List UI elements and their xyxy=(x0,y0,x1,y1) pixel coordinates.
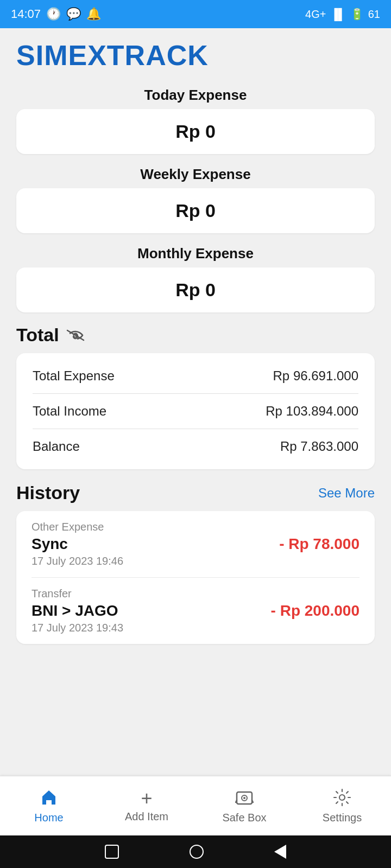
total-expense-row: Total Expense Rp 96.691.000 xyxy=(33,359,358,394)
total-header: Total xyxy=(16,324,375,346)
add-icon: + xyxy=(141,789,152,808)
network-label: 4G+ xyxy=(305,8,326,21)
nav-settings-label: Settings xyxy=(323,812,362,824)
status-time: 14:07 xyxy=(11,7,41,21)
history-header: History See More xyxy=(16,482,375,503)
home-icon xyxy=(40,788,58,809)
history-item-2: Transfer BNI > JAGO - Rp 200.000 17 July… xyxy=(31,578,360,644)
status-right: 4G+ ▐▌ 🔋 61 xyxy=(305,8,380,21)
monthly-expense-label: Monthly Expense xyxy=(16,245,375,262)
back-button[interactable] xyxy=(274,845,286,859)
history-category-2: Transfer xyxy=(31,588,360,600)
status-bar: 14:07 🕐 💬 🔔 4G+ ▐▌ 🔋 61 xyxy=(0,0,391,28)
whatsapp-icon: 💬 xyxy=(66,7,81,21)
eye-slash-icon[interactable] xyxy=(66,329,85,342)
total-title: Total xyxy=(16,324,59,346)
total-income-value: Rp 103.894.000 xyxy=(266,404,358,419)
history-row-2: BNI > JAGO - Rp 200.000 xyxy=(31,602,360,620)
today-expense-label: Today Expense xyxy=(16,87,375,104)
alarm-icon: 🕐 xyxy=(46,7,61,21)
nav-settings[interactable]: Settings xyxy=(293,788,391,824)
android-nav-bar xyxy=(0,835,391,868)
monthly-expense-amount: Rp 0 xyxy=(175,279,216,300)
history-name-2: BNI > JAGO xyxy=(31,602,118,620)
nav-safe-box[interactable]: Safe Box xyxy=(195,788,293,824)
nav-add-item[interactable]: + Add Item xyxy=(98,789,195,823)
app-title: SIMEXTRACK xyxy=(16,39,375,72)
total-card: Total Expense Rp 96.691.000 Total Income… xyxy=(16,353,375,469)
signal-icon: ▐▌ xyxy=(330,8,345,21)
home-button[interactable] xyxy=(190,845,204,859)
svg-point-6 xyxy=(339,795,345,800)
battery-icon: 🔋 xyxy=(350,8,364,21)
nav-add-item-label: Add Item xyxy=(125,810,168,823)
status-left: 14:07 🕐 💬 🔔 xyxy=(11,7,101,21)
weekly-expense-card: Rp 0 xyxy=(16,188,375,233)
nav-home-label: Home xyxy=(34,812,63,824)
balance-label: Balance xyxy=(33,439,80,454)
nav-home[interactable]: Home xyxy=(0,788,98,824)
today-expense-amount: Rp 0 xyxy=(175,121,216,142)
today-expense-card: Rp 0 xyxy=(16,109,375,154)
nav-safe-box-label: Safe Box xyxy=(222,812,266,824)
history-date-1: 17 July 2023 19:46 xyxy=(31,555,360,567)
history-item-1: Other Expense Sync - Rp 78.000 17 July 2… xyxy=(31,511,360,578)
balance-row: Balance Rp 7.863.000 xyxy=(33,429,358,464)
history-row-1: Sync - Rp 78.000 xyxy=(31,535,360,553)
bottom-nav: Home + Add Item Safe Box Settings xyxy=(0,776,391,835)
weekly-expense-label: Weekly Expense xyxy=(16,166,375,183)
history-amount-2: - Rp 200.000 xyxy=(271,602,360,620)
svg-point-3 xyxy=(243,797,245,799)
battery-level: 61 xyxy=(368,8,380,21)
balance-value: Rp 7.863.000 xyxy=(280,439,358,454)
recent-apps-button[interactable] xyxy=(105,845,119,859)
history-category-1: Other Expense xyxy=(31,521,360,533)
notification-icon: 🔔 xyxy=(86,7,101,21)
total-expense-value: Rp 96.691.000 xyxy=(273,368,358,384)
monthly-expense-card: Rp 0 xyxy=(16,267,375,312)
see-more-button[interactable]: See More xyxy=(318,486,375,501)
history-name-1: Sync xyxy=(31,535,68,553)
main-content: SIMEXTRACK Today Expense Rp 0 Weekly Exp… xyxy=(0,28,391,776)
total-income-label: Total Income xyxy=(33,404,106,419)
history-amount-1: - Rp 78.000 xyxy=(279,535,360,553)
settings-icon xyxy=(333,788,351,809)
total-expense-label: Total Expense xyxy=(33,368,115,384)
total-income-row: Total Income Rp 103.894.000 xyxy=(33,394,358,429)
history-card: Other Expense Sync - Rp 78.000 17 July 2… xyxy=(16,511,375,644)
weekly-expense-amount: Rp 0 xyxy=(175,200,216,221)
safe-box-icon xyxy=(235,788,254,809)
history-date-2: 17 July 2023 19:43 xyxy=(31,622,360,634)
history-title: History xyxy=(16,482,80,503)
